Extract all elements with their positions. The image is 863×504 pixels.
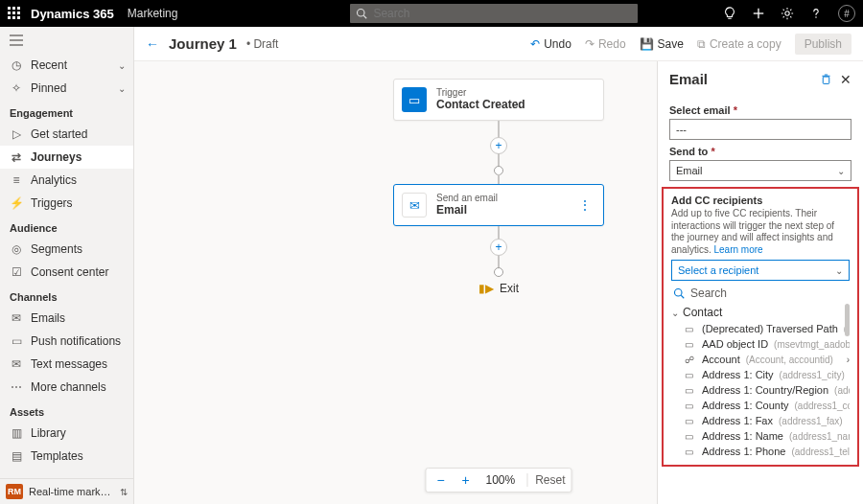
clock-icon: ◷ [10, 58, 23, 72]
undo-button[interactable]: ↶Undo [530, 37, 571, 51]
cc-option[interactable]: ▭Address 1: Phone (address1_telephone1) [671, 444, 850, 457]
site-nav: ◷ Recent ⌄ ✧ Pinned ⌄ Engagement ▷Get st… [0, 27, 134, 504]
flag-icon: ▮▶ [478, 282, 494, 295]
exit-label: Exit [500, 282, 519, 295]
select-email-field[interactable]: --- [669, 119, 851, 140]
connector-ring [494, 267, 503, 277]
nav-library[interactable]: ▥Library [0, 422, 133, 445]
chevron-down-icon: ⌄ [837, 166, 845, 176]
nav-templates[interactable]: ▤Templates [0, 445, 133, 468]
connector [498, 255, 500, 268]
nav-journeys[interactable]: ⇄Journeys [0, 146, 133, 169]
page-title: Journey 1 [169, 35, 237, 52]
zoom-value: 100% [481, 473, 519, 487]
save-button[interactable]: 💾Save [640, 37, 684, 51]
updown-icon: ⇅ [120, 487, 128, 497]
cc-search[interactable]: Search [671, 281, 850, 304]
cc-option-label: Address 1: Phone [702, 446, 785, 457]
node-title: Contact Created [436, 98, 525, 111]
area-switcher[interactable]: RM Real-time marketi... ⇅ [0, 478, 133, 504]
save-icon: 💾 [640, 37, 654, 51]
zoom-reset-button[interactable]: Reset [526, 473, 565, 487]
delete-icon[interactable] [820, 73, 832, 85]
header-actions: # [723, 5, 855, 22]
nav-label: Templates [31, 449, 83, 463]
app-launcher-icon[interactable] [8, 7, 21, 20]
close-icon[interactable]: ✕ [840, 72, 851, 87]
gear-icon[interactable] [781, 7, 794, 20]
idea-icon[interactable] [723, 7, 736, 20]
nav-consent[interactable]: ☑Consent center [0, 261, 133, 284]
cc-option-schema: (msevtmgt_aadobjectid) [774, 339, 850, 350]
trigger-node[interactable]: ▭ Trigger Contact Created [393, 79, 604, 121]
user-avatar[interactable]: # [838, 5, 855, 22]
nav-more-channels[interactable]: ⋯More channels [0, 376, 133, 399]
nav-analytics[interactable]: ≡Analytics [0, 169, 133, 192]
nav-text[interactable]: ✉Text messages [0, 353, 133, 376]
help-icon[interactable] [809, 7, 823, 20]
area-label: Real-time marketi... [29, 486, 114, 497]
nav-segments[interactable]: ◎Segments [0, 238, 133, 261]
cc-option[interactable]: ▭AAD object ID (msevtmgt_aadobjectid) [671, 336, 850, 352]
plus-icon[interactable] [752, 7, 765, 20]
copy-icon: ⧉ [697, 37, 706, 51]
send-to-field[interactable]: Email⌄ [669, 160, 851, 181]
zoom-out-button[interactable]: − [432, 472, 449, 488]
cc-option-schema: (address1_fax) [779, 416, 843, 426]
back-button[interactable]: ← [146, 36, 159, 52]
nav-label: Text messages [31, 357, 107, 371]
nav-recent[interactable]: ◷ Recent ⌄ [0, 54, 133, 77]
email-node[interactable]: ✉ Send an email Email ⋮ [393, 184, 604, 226]
cc-option-schema: (Account, accountid) [746, 355, 833, 365]
nav-collapse-icon[interactable] [0, 27, 133, 54]
cc-group-contact[interactable]: ⌄Contact [671, 304, 850, 321]
cc-recipient-field[interactable]: Select a recipient⌄ [671, 260, 850, 281]
nav-label: More channels [31, 380, 106, 394]
node-menu-icon[interactable]: ⋮ [574, 197, 595, 213]
global-search[interactable] [350, 4, 638, 23]
connector [498, 226, 500, 240]
cc-option[interactable]: ▭Address 1: County (address1_county) [671, 398, 850, 413]
exit-node[interactable]: ▮▶ Exit [478, 282, 519, 295]
cc-option[interactable]: ▭(Deprecated) Traversed Path (traversedp… [671, 321, 850, 336]
scrollbar[interactable] [845, 304, 850, 336]
chevron-down-icon: ⌄ [835, 265, 843, 276]
nav-label: Emails [31, 311, 65, 325]
publish-button[interactable]: Publish [795, 34, 851, 55]
cc-option-schema: (address1_cou... [834, 385, 850, 396]
nav-get-started[interactable]: ▷Get started [0, 123, 133, 146]
cc-option[interactable]: ▭Address 1: Fax (address1_fax) [671, 413, 850, 428]
cc-options-list: ⌄Contact ▭(Deprecated) Traversed Path (t… [671, 304, 850, 457]
nav-emails[interactable]: ✉Emails [0, 307, 133, 330]
redo-button[interactable]: ↷Redo [585, 37, 626, 51]
global-search-input[interactable] [371, 6, 632, 21]
cc-search-placeholder: Search [690, 286, 727, 300]
svg-line-1 [364, 15, 367, 18]
nav-group-engagement: Engagement [0, 100, 133, 123]
cc-option[interactable]: ▭Address 1: Name (address1_name) [671, 428, 850, 444]
cc-option[interactable]: ☍Account (Account, accountid)› [671, 352, 850, 367]
add-step-button[interactable]: + [490, 137, 507, 154]
cc-option[interactable]: ▭Address 1: City (address1_city) [671, 367, 850, 382]
copy-button[interactable]: ⧉Create a copy [697, 37, 781, 51]
nav-push[interactable]: ▭Push notifications [0, 330, 133, 353]
cc-option-schema: (address1_city) [780, 370, 845, 380]
phone-icon: ▭ [10, 334, 23, 348]
node-title: Email [436, 203, 498, 217]
cc-option[interactable]: ▭Address 1: Country/Region (address1_cou… [671, 382, 850, 398]
cc-option-schema: (address1_name) [789, 431, 850, 442]
nav-label: Triggers [31, 196, 73, 210]
consent-icon: ☑ [10, 265, 23, 279]
nav-pinned[interactable]: ✧ Pinned ⌄ [0, 77, 133, 100]
journey-icon: ⇄ [10, 150, 23, 164]
cc-heading: Add CC recipients [671, 195, 850, 206]
cc-description: Add up to five CC recipients. Their inte… [671, 208, 850, 256]
command-actions: ↶Undo ↷Redo 💾Save ⧉Create a copy Publish [530, 34, 851, 55]
learn-more-link[interactable]: Learn more [713, 244, 762, 255]
add-step-button[interactable]: + [490, 239, 507, 256]
zoom-in-button[interactable]: + [456, 472, 474, 488]
global-header: Dynamics 365 Marketing # [0, 0, 863, 27]
nav-triggers[interactable]: ⚡Triggers [0, 192, 133, 215]
cc-option-label: Address 1: County [702, 400, 789, 411]
connector [498, 121, 500, 138]
